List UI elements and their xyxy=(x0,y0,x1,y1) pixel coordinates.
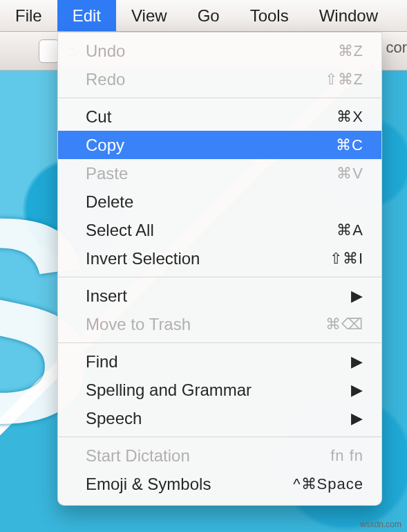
menu-item-dictation: Start Dictation fn fn xyxy=(58,441,381,470)
menu-item-label: Speech xyxy=(86,409,142,428)
toolbar-box xyxy=(39,39,59,63)
menu-item-label: Redo xyxy=(86,70,125,89)
menu-item-label: Cut xyxy=(86,107,111,127)
menu-item-label: Emoji & Symbols xyxy=(86,475,211,494)
menu-item-shortcut: ⌘C xyxy=(336,136,363,154)
menu-item-find[interactable]: Find ▶ xyxy=(58,347,381,376)
menu-item-cut[interactable]: Cut ⌘X xyxy=(58,102,381,131)
menu-view[interactable]: View xyxy=(116,0,182,31)
menu-item-label: Move to Trash xyxy=(86,315,191,334)
menu-item-spelling[interactable]: Spelling and Grammar ▶ xyxy=(58,376,381,404)
submenu-arrow-icon: ▶ xyxy=(351,381,363,399)
menu-item-move-to-trash: Move to Trash ⌘⌫ xyxy=(58,310,381,338)
menu-item-shortcut: ⇧⌘Z xyxy=(325,71,363,89)
menu-item-shortcut: ⌘Z xyxy=(338,42,363,60)
menu-item-label: Invert Selection xyxy=(86,249,200,268)
menu-item-label: Paste xyxy=(86,164,128,183)
menu-separator xyxy=(58,277,381,277)
menu-item-redo: Redo ⇧⌘Z xyxy=(58,65,381,93)
menu-item-shortcut: ⌘A xyxy=(337,221,363,239)
menu-item-undo: Undo ⌘Z xyxy=(58,37,381,65)
menu-item-invert-selection[interactable]: Invert Selection ⇧⌘I xyxy=(58,244,381,273)
menu-item-paste: Paste ⌘V xyxy=(58,159,381,187)
menu-item-copy[interactable]: Copy ⌘C xyxy=(58,131,381,159)
menu-item-label: Insert xyxy=(86,286,127,306)
menu-tools[interactable]: Tools xyxy=(235,0,304,31)
menu-item-label: Delete xyxy=(86,192,133,212)
menu-item-shortcut: ⇧⌘I xyxy=(330,250,363,268)
menu-item-delete[interactable]: Delete xyxy=(58,187,381,216)
menu-separator xyxy=(58,98,381,98)
menu-separator xyxy=(58,437,381,437)
menu-item-shortcut: ⌘X xyxy=(337,108,363,126)
menu-item-label: Find xyxy=(86,352,118,372)
menubar: File Edit View Go Tools Window xyxy=(0,0,407,32)
menu-item-label: Undo xyxy=(86,42,125,61)
menu-go[interactable]: Go xyxy=(182,0,235,31)
submenu-arrow-icon: ▶ xyxy=(351,410,363,428)
submenu-arrow-icon: ▶ xyxy=(351,287,363,305)
menu-item-shortcut: fn fn xyxy=(330,447,363,465)
watermark: wsxdn.com xyxy=(360,520,401,529)
menu-item-insert[interactable]: Insert ▶ xyxy=(58,282,381,310)
toolbar-cut-text: cor xyxy=(386,39,407,57)
menu-item-shortcut: ^⌘Space xyxy=(293,475,363,493)
menu-item-label: Copy xyxy=(86,136,124,155)
menu-separator xyxy=(58,342,381,343)
menu-item-speech[interactable]: Speech ▶ xyxy=(58,404,381,432)
menu-item-shortcut: ⌘V xyxy=(337,165,363,183)
menu-item-label: Spelling and Grammar xyxy=(86,380,252,400)
menu-item-shortcut: ⌘⌫ xyxy=(325,315,363,333)
menu-item-emoji[interactable]: Emoji & Symbols ^⌘Space xyxy=(58,470,381,498)
menu-item-select-all[interactable]: Select All ⌘A xyxy=(58,216,381,244)
submenu-arrow-icon: ▶ xyxy=(351,353,363,371)
menu-edit[interactable]: Edit xyxy=(57,0,116,31)
menu-window[interactable]: Window xyxy=(304,0,393,31)
menu-item-label: Select All xyxy=(86,221,154,240)
edit-dropdown: Undo ⌘Z Redo ⇧⌘Z Cut ⌘X Copy ⌘C Paste ⌘V… xyxy=(57,32,382,506)
menu-file[interactable]: File xyxy=(0,0,57,31)
menu-item-label: Start Dictation xyxy=(86,446,190,466)
